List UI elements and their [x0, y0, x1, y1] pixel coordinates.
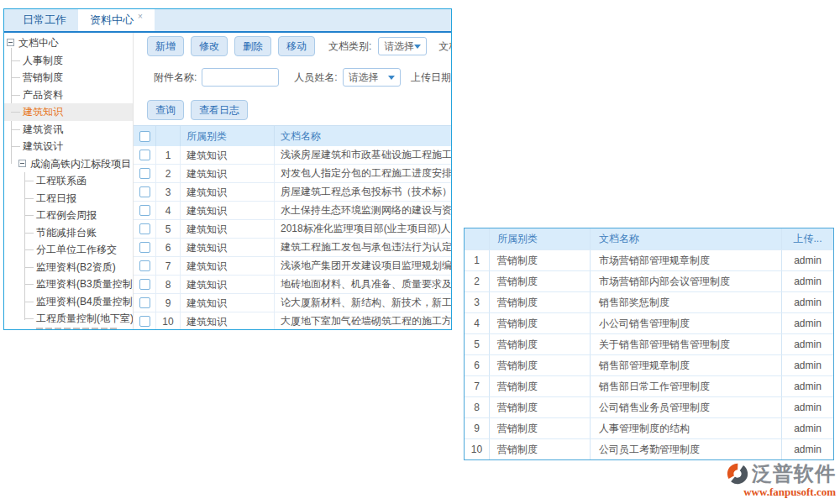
row-doc-name: 房屋建筑工程总承包投标书（技术标）... [275, 185, 451, 199]
tree-item-label: 营销制度 [23, 71, 63, 83]
tree-item-监理资料(B4质量控制)[interactable]: 监理资料(B4质量控制) [4, 293, 133, 311]
table-row[interactable]: 4建筑知识水土保持生态环境监测网络的建设与资... [134, 202, 451, 220]
documents-table-header: 所属别类 文档名称 [134, 126, 451, 146]
row-checkbox[interactable] [139, 150, 150, 160]
tree-item-人事制度[interactable]: 人事制度 [4, 52, 133, 70]
tree-item-工程质量控制(地下室)[interactable]: 工程质量控制(地下室) [4, 310, 133, 328]
table-row[interactable]: 5营销制度关于销售部管理销售管理制度admin [465, 333, 833, 354]
row-category: 营销制度 [489, 271, 590, 291]
table-row[interactable]: 9营销制度人事管理制度的结构admin [465, 417, 833, 438]
table-row[interactable]: 4营销制度小公司销售管理制度admin [465, 312, 833, 333]
delete-button[interactable]: 删除 [234, 36, 271, 56]
table-row[interactable]: 6营销制度销售部管理规章制度admin [465, 354, 833, 375]
tab-data-center[interactable]: 资料中心 × [78, 9, 155, 31]
row-checkbox[interactable] [139, 186, 150, 197]
row-category: 建筑知识 [181, 276, 275, 293]
documents-table: 所属别类 文档名称 1建筑知识浅谈房屋建筑和市政基础设施工程施工...2建筑知识… [134, 125, 451, 329]
row-uploader: admin [781, 418, 833, 438]
table-row[interactable]: 10建筑知识大厦地下室加气砼墙砌筑工程的施工方... [134, 312, 451, 329]
tree-item-label: 文档中心 [18, 37, 59, 49]
document-main-pane: 新增修改删除移动 文档类别: 请选择 文档 附件名称: 人员姓名: 请选择 上传… [134, 33, 451, 329]
column-category: 所属别类 [181, 126, 275, 146]
row-checkbox[interactable] [139, 297, 150, 308]
tree-item-label: 建筑知识 [23, 106, 63, 118]
table-row[interactable]: 8营销制度公司销售业务员管理制度admin [465, 396, 833, 417]
table-row[interactable]: 3营销制度销售部奖惩制度admin [465, 291, 833, 312]
table-row[interactable]: 8建筑知识地砖地面材料、机具准备、质量要求及... [134, 276, 451, 294]
document-tree-sidebar: 文档中心人事制度营销制度产品资料建筑知识建筑资讯建筑设计成渝高铁内江标段项目工程… [4, 33, 134, 329]
table-row[interactable]: 3建筑知识房屋建筑工程总承包投标书（技术标）... [134, 183, 451, 202]
tree-item-分工单位工作移交[interactable]: 分工单位工作移交 [4, 241, 133, 259]
doc-type-select[interactable]: 请选择 [378, 37, 427, 55]
tree-item-label: 人事制度 [23, 55, 63, 66]
tree-item-工程日报[interactable]: 工程日报 [4, 190, 133, 207]
row-index: 6 [156, 239, 181, 256]
tab-daily-work[interactable]: 日常工作 [11, 9, 78, 31]
table-row[interactable]: 5建筑知识2018标准化监理项目部(业主项目部)人员... [134, 220, 451, 239]
grid-header: 所属别类 文档名称 上传... [465, 228, 833, 249]
row-doc-name: 销售部日常工作管理制度 [590, 376, 781, 396]
tree-item-建筑知识[interactable]: 建筑知识 [4, 103, 133, 121]
tree-item-营销制度[interactable]: 营销制度 [4, 69, 133, 87]
column-index [156, 126, 181, 146]
row-checkbox[interactable] [139, 260, 150, 271]
row-category: 营销制度 [489, 418, 590, 438]
tree-item-工程例会周报[interactable]: 工程例会周报 [4, 207, 133, 224]
tree-item-建筑设计[interactable]: 建筑设计 [4, 138, 133, 155]
table-row[interactable]: 7建筑知识浅谈地产集团开发建设项目监理规划编... [134, 257, 451, 276]
move-button[interactable]: 移动 [278, 36, 315, 56]
column-category: 所属别类 [489, 228, 590, 249]
row-checkbox[interactable] [139, 223, 150, 234]
tree-item-监理资料(B2资质)[interactable]: 监理资料(B2资质) [4, 259, 133, 276]
table-row[interactable]: 6建筑知识建筑工程施工发包与承包违法行为认定... [134, 239, 451, 257]
row-uploader: admin [781, 376, 833, 396]
row-index: 10 [465, 444, 489, 455]
tree-item-监理资料(B3质量控制)[interactable]: 监理资料(B3质量控制) [4, 276, 133, 293]
chevron-down-icon [388, 76, 395, 80]
document-center-window: 日常工作 资料中心 × 文档中心人事制度营销制度产品资料建筑知识建筑资讯建筑设计… [3, 8, 452, 330]
attachment-name-input[interactable] [202, 68, 279, 87]
table-row[interactable]: 10营销制度公司员工考勤管理制度admin [465, 438, 833, 459]
close-icon[interactable]: × [138, 12, 143, 21]
tree-item-文档中心[interactable]: 文档中心 [4, 34, 133, 52]
table-row[interactable]: 9建筑知识论大厦新材料、新结构、新技术，新工... [134, 294, 451, 312]
row-index: 10 [156, 312, 181, 329]
tree-item-工程联系函[interactable]: 工程联系函 [4, 172, 133, 190]
row-index: 5 [465, 339, 489, 350]
row-checkbox[interactable] [139, 168, 150, 179]
select-all-checkbox[interactable] [139, 131, 150, 142]
table-row[interactable]: 7营销制度销售部日常工作管理制度admin [465, 375, 833, 396]
query-button[interactable]: 查询 [147, 100, 184, 120]
add-button[interactable]: 新增 [147, 36, 184, 56]
row-category: 建筑知识 [181, 294, 275, 312]
person-name-select[interactable]: 请选择 [343, 68, 401, 87]
row-index: 3 [465, 297, 489, 308]
row-checkbox[interactable] [139, 242, 150, 253]
tree-item-节能减排台账[interactable]: 节能减排台账 [4, 224, 133, 242]
edit-button[interactable]: 修改 [191, 36, 228, 56]
tree-item-成渝高铁内江标段项目[interactable]: 成渝高铁内江标段项目 [4, 155, 133, 173]
brand-name: 泛普软件 [752, 460, 836, 487]
row-checkbox[interactable] [139, 279, 150, 290]
row-index: 8 [156, 276, 181, 293]
collapse-icon[interactable] [7, 39, 14, 46]
row-checkbox[interactable] [139, 205, 150, 216]
tree-item-产品资料[interactable]: 产品资料 [4, 87, 133, 104]
row-doc-name: 销售部奖惩制度 [590, 292, 781, 312]
table-row[interactable]: 1营销制度市场营销部管理规章制度admin [465, 249, 833, 270]
row-category: 建筑知识 [181, 183, 275, 201]
row-index: 9 [156, 294, 181, 312]
row-index: 1 [465, 255, 489, 266]
clipped-doc-label: 文档 [438, 39, 451, 54]
row-category: 营销制度 [489, 397, 590, 417]
table-row[interactable]: 2营销制度市场营销部内部会议管理制度admin [465, 270, 833, 291]
table-row[interactable]: 2建筑知识对发包人指定分包的工程施工进度安排... [134, 165, 451, 183]
row-category: 营销制度 [489, 355, 590, 375]
collapse-icon[interactable] [18, 160, 26, 167]
view-log-button[interactable]: 查看日志 [191, 100, 248, 120]
table-row[interactable]: 1建筑知识浅谈房屋建筑和市政基础设施工程施工... [134, 146, 451, 165]
tree-item-建筑资讯[interactable]: 建筑资讯 [4, 121, 133, 139]
row-doc-name: 公司销售业务员管理制度 [590, 397, 781, 417]
row-checkbox[interactable] [139, 316, 150, 327]
row-index: 4 [156, 202, 181, 219]
